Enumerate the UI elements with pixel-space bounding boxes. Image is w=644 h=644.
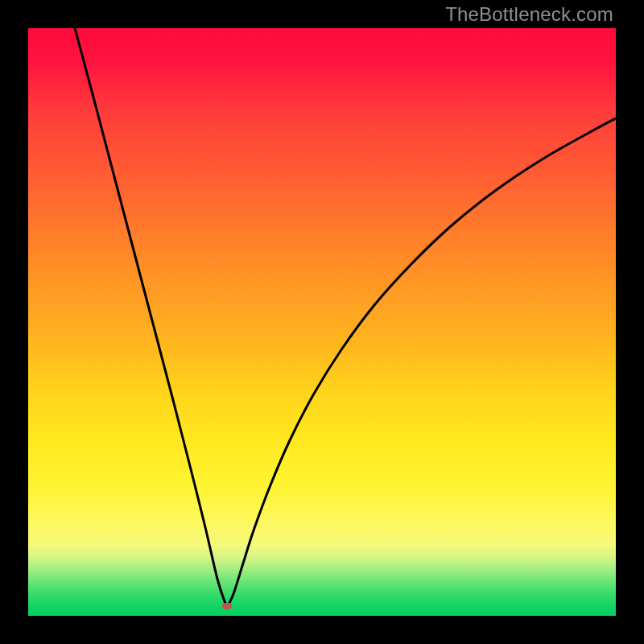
outer-frame: TheBottleneck.com (0, 0, 644, 644)
curve-svg (28, 28, 616, 616)
minimum-marker (222, 603, 232, 609)
watermark-text: TheBottleneck.com (445, 3, 613, 26)
plot-area (28, 28, 616, 616)
bottleneck-curve (75, 28, 616, 606)
